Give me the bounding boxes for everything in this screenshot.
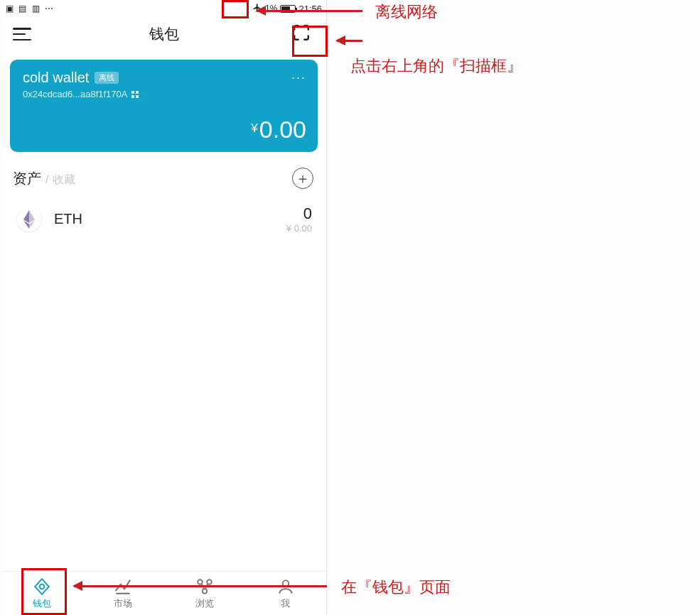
scan-icon <box>292 23 311 42</box>
asset-fiat: ¥ 0.00 <box>286 223 312 234</box>
nav-header: 钱包 <box>1 17 326 51</box>
asset-symbol: ETH <box>54 211 82 227</box>
battery-percent: 1% <box>265 4 277 13</box>
currency-symbol: ¥ <box>251 121 257 135</box>
status-clock: 21:56 <box>298 4 322 14</box>
annotation-arrow-airplane <box>257 10 362 12</box>
asset-row[interactable]: ETH 0 ¥ 0.00 <box>1 193 326 242</box>
tab-browse-label: 浏览 <box>195 597 214 610</box>
wallet-card[interactable]: cold wallet 离线 ··· 0x24cdcad6...aa8f1f17… <box>10 60 318 152</box>
wallet-more-icon[interactable]: ··· <box>291 70 306 85</box>
svg-point-0 <box>40 584 45 589</box>
wallet-address: 0x24cdcad6...aa8f1f170A <box>23 89 127 99</box>
assets-header: 资产 / 收藏 ＋ <box>1 152 326 193</box>
plus-icon: ＋ <box>296 171 310 185</box>
tab-wallet[interactable]: 钱包 <box>1 572 82 615</box>
tab-assets[interactable]: 资产 <box>13 169 41 188</box>
eth-icon <box>17 207 41 232</box>
status-bar: ▣ ▤ ▥ ⋯ 1% 21:56 <box>1 0 326 17</box>
tab-wallet-label: 钱包 <box>33 597 51 610</box>
tab-market[interactable]: 市场 <box>82 572 163 615</box>
status-glyphs: ▣ ▤ ▥ ⋯ <box>6 4 55 13</box>
scan-button[interactable] <box>292 23 315 45</box>
annotation-arrow-scan <box>337 40 362 42</box>
tab-browse[interactable]: 浏览 <box>164 572 245 615</box>
annotation-text-scan: 点击右上角的『扫描框』 <box>350 55 522 77</box>
wallet-balance: ¥0.00 <box>23 116 306 143</box>
annotation-arrow-wallet <box>74 585 327 587</box>
tab-me[interactable]: 我 <box>245 572 326 615</box>
menu-icon[interactable] <box>13 28 31 40</box>
tab-favorites[interactable]: 收藏 <box>53 173 75 187</box>
content-spacer <box>1 242 326 571</box>
wallet-status-tag: 离线 <box>95 72 119 84</box>
tab-me-label: 我 <box>281 597 290 610</box>
phone-frame: ▣ ▤ ▥ ⋯ 1% 21:56 钱包 cold wallet <box>1 0 327 615</box>
svg-point-3 <box>202 589 207 594</box>
asset-amount: 0 <box>286 205 312 223</box>
wallet-address-row[interactable]: 0x24cdcad6...aa8f1f170A <box>23 89 306 99</box>
annotation-text-wallet: 在『钱包』页面 <box>341 577 451 598</box>
wallet-name: cold wallet <box>23 70 89 86</box>
annotation-text-offline: 离线网络 <box>375 1 438 23</box>
page-title: 钱包 <box>149 24 179 44</box>
tab-bar: 钱包 市场 浏览 我 <box>1 571 326 615</box>
tab-separator: / <box>45 173 48 186</box>
wallet-name-row: cold wallet 离线 <box>23 70 119 86</box>
wallet-tab-icon <box>33 577 51 596</box>
assets-tabs: 资产 / 收藏 <box>13 169 75 188</box>
balance-amount: 0.00 <box>259 116 306 143</box>
status-left-icons: ▣ ▤ ▥ ⋯ <box>6 4 55 13</box>
qr-icon <box>131 91 139 98</box>
add-asset-button[interactable]: ＋ <box>292 168 313 189</box>
tab-market-label: 市场 <box>114 597 132 610</box>
